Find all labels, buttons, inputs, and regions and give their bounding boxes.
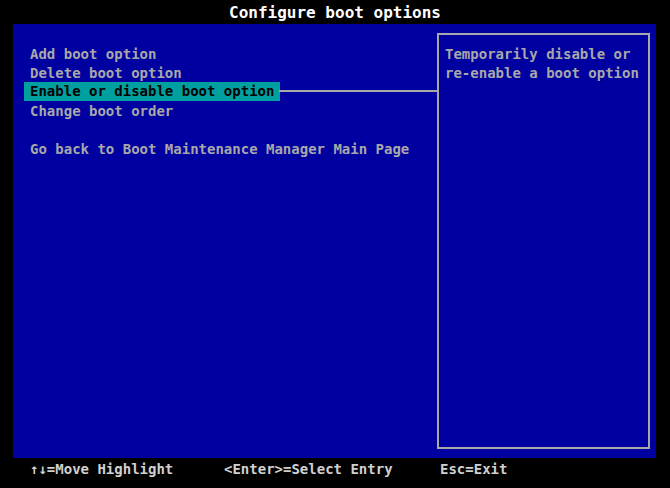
- help-text-line: re-enable a boot option: [445, 64, 639, 83]
- help-text-line: Temporarily disable or: [445, 45, 630, 64]
- menu-item-add-boot-option[interactable]: Add boot option: [30, 45, 156, 64]
- menu-item-change-boot-order[interactable]: Change boot order: [30, 102, 173, 121]
- selection-connector-line: [279, 90, 437, 92]
- help-panel: [437, 33, 650, 449]
- firmware-setup-screen: Configure boot options Add boot option D…: [0, 0, 670, 488]
- menu-item-delete-boot-option[interactable]: Delete boot option: [30, 64, 182, 83]
- menu-item-go-back-main-page[interactable]: Go back to Boot Maintenance Manager Main…: [30, 140, 409, 159]
- page-title: Configure boot options: [0, 4, 670, 22]
- key-hint-select-entry: <Enter>=Select Entry: [224, 461, 393, 478]
- key-hint-esc-exit: Esc=Exit: [440, 461, 507, 478]
- key-hint-move-highlight: ↑↓=Move Highlight: [30, 461, 173, 478]
- menu-item-enable-disable-boot-option[interactable]: Enable or disable boot option: [24, 82, 280, 101]
- title-bar: Configure boot options: [0, 0, 670, 24]
